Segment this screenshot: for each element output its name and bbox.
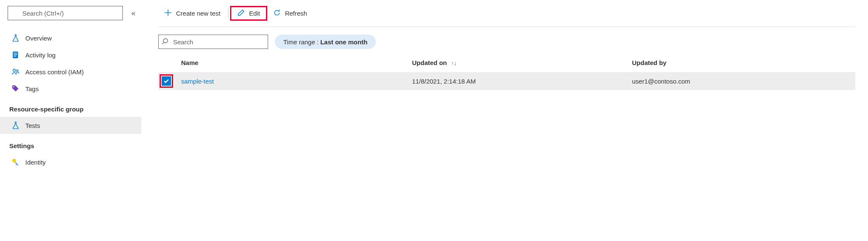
- sidebar-section-resource-group: Resource-specific group: [9, 106, 141, 113]
- test-name-link[interactable]: sample-test: [181, 78, 214, 85]
- sidebar-item-overview[interactable]: Overview: [8, 30, 141, 46]
- toolbar-label: Create new test: [176, 10, 220, 17]
- col-updated-on-label: Updated on: [412, 59, 447, 66]
- sidebar-item-tests[interactable]: Tests: [0, 117, 141, 134]
- filter-row: Time range : Last one month: [158, 35, 855, 49]
- svg-rect-4: [14, 53, 17, 54]
- sidebar-item-identity[interactable]: Identity: [8, 154, 141, 171]
- sidebar-search-box: [8, 6, 123, 20]
- search-icon: [162, 38, 168, 46]
- svg-point-2: [17, 39, 18, 40]
- svg-point-9: [13, 86, 14, 87]
- svg-rect-6: [14, 56, 16, 56]
- sidebar-search-row: «: [8, 6, 141, 20]
- flask-icon: [12, 34, 19, 42]
- row-checkbox[interactable]: [162, 76, 171, 86]
- time-range-filter[interactable]: Time range : Last one month: [275, 35, 376, 49]
- svg-rect-5: [14, 54, 17, 55]
- sort-icon: ↑↓: [451, 60, 457, 66]
- sidebar-item-access-control[interactable]: Access control (IAM): [8, 63, 141, 80]
- key-icon: [12, 158, 19, 166]
- updated-on-cell: 11/8/2021, 2:14:18 AM: [412, 78, 632, 85]
- col-updated-on-header[interactable]: Updated on ↑↓: [412, 59, 632, 66]
- sidebar-section-settings: Settings: [9, 142, 141, 149]
- col-name-header[interactable]: Name: [181, 59, 412, 66]
- tests-table: Name Updated on ↑↓ Updated by sample-tes…: [158, 53, 855, 90]
- sidebar-item-tags[interactable]: Tags: [8, 80, 141, 97]
- updated-by-cell: user1@contoso.com: [632, 78, 852, 85]
- plus-icon: [164, 9, 172, 18]
- sidebar-item-activity-log[interactable]: Activity log: [8, 46, 141, 63]
- time-range-value: Last one month: [320, 38, 368, 46]
- sidebar: « Overview Activity log Access control (…: [0, 0, 141, 241]
- toolbar-separator: [228, 8, 228, 19]
- sidebar-search-input[interactable]: [8, 6, 123, 20]
- toolbar-label: Edit: [249, 10, 260, 17]
- table-header: Name Updated on ↑↓ Updated by: [158, 53, 855, 72]
- svg-line-15: [162, 43, 164, 44]
- main-search-box: [158, 35, 268, 49]
- tag-icon: [12, 85, 19, 92]
- svg-point-8: [16, 70, 18, 71]
- table-row[interactable]: sample-test 11/8/2021, 2:14:18 AM user1@…: [158, 72, 855, 90]
- flask-icon: [12, 122, 19, 129]
- sidebar-item-label: Tests: [25, 122, 40, 129]
- create-new-test-button[interactable]: Create new test: [158, 7, 226, 19]
- toolbar-label: Refresh: [285, 10, 307, 17]
- col-updated-by-header[interactable]: Updated by: [632, 59, 852, 66]
- svg-point-10: [17, 126, 18, 127]
- sidebar-item-label: Tags: [25, 85, 39, 92]
- pencil-icon: [237, 9, 245, 18]
- refresh-icon: [273, 9, 281, 18]
- time-range-label: Time range :: [283, 38, 319, 46]
- svg-point-7: [13, 69, 16, 72]
- main-panel: Create new test Edit Refresh Time range …: [141, 0, 868, 241]
- svg-point-14: [163, 39, 168, 43]
- people-icon: [12, 68, 19, 76]
- collapse-sidebar-button[interactable]: «: [131, 9, 136, 18]
- edit-button[interactable]: Edit: [230, 6, 267, 21]
- sidebar-item-label: Identity: [25, 159, 46, 166]
- sidebar-item-label: Access control (IAM): [25, 68, 84, 76]
- sidebar-item-label: Activity log: [25, 51, 56, 59]
- refresh-button[interactable]: Refresh: [267, 7, 313, 19]
- log-icon: [12, 51, 19, 59]
- main-search-input[interactable]: [158, 35, 268, 49]
- sidebar-item-label: Overview: [25, 35, 52, 42]
- toolbar: Create new test Edit Refresh: [158, 6, 855, 27]
